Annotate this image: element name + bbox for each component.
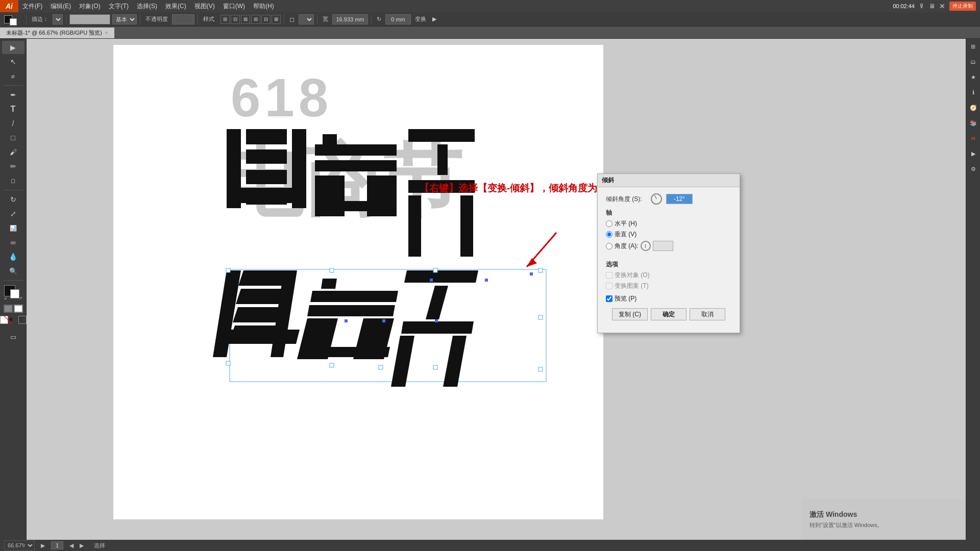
svg-marker-23 <box>236 289 284 304</box>
tool-line[interactable]: / <box>2 117 24 130</box>
menu-view[interactable]: 视图(V) <box>190 0 219 12</box>
tool-eyedropper[interactable]: 💧 <box>2 250 24 263</box>
stroke-color-box[interactable] <box>14 305 23 313</box>
navigator-icon[interactable]: 🧭 <box>968 102 979 113</box>
transform-label: 变换 <box>413 14 428 25</box>
layers-icon[interactable]: 🗂 <box>968 56 979 67</box>
page-nav-right[interactable]: ▶ <box>80 542 84 549</box>
align-bottom-button[interactable]: ⊠ <box>272 15 281 24</box>
align-center-button[interactable]: ⊟ <box>231 15 240 24</box>
properties-icon[interactable]: ℹ <box>968 87 979 98</box>
menu-file[interactable]: 文件(F) <box>18 0 46 12</box>
tool-artboard[interactable]: ▭ <box>2 330 24 343</box>
settings-icon[interactable]: ⚙ <box>968 163 979 174</box>
transform-objects-checkbox[interactable] <box>606 272 612 279</box>
tab-bar: 未标题-1* @ 66.67% (RGB/GPU 预览) × <box>0 27 980 39</box>
svg-rect-53 <box>345 319 348 322</box>
tool-graph[interactable]: 📊 <box>2 221 24 235</box>
close-recording-icon[interactable]: ✕ <box>939 2 945 10</box>
tool-direct-select[interactable]: ↖ <box>2 55 24 68</box>
tool-text[interactable]: T <box>2 103 24 116</box>
page-input[interactable] <box>51 541 63 549</box>
stroke-fill-indicator[interactable] <box>2 14 23 25</box>
expand-icon[interactable]: ▶ <box>430 14 438 25</box>
svg-rect-11 <box>315 160 397 171</box>
tool-eraser[interactable]: ◻ <box>2 174 24 187</box>
svg-rect-8 <box>227 188 306 203</box>
ok-button[interactable]: 确定 <box>651 308 687 320</box>
tool-scale[interactable]: ⤢ <box>2 207 24 220</box>
vertical-label: 垂直 (V) <box>615 230 636 239</box>
stop-recording-button[interactable]: 停止录制 <box>949 2 976 11</box>
preview-checkbox[interactable] <box>606 295 612 302</box>
libraries-icon[interactable]: 📚 <box>968 117 979 129</box>
align-left-button[interactable]: ⊞ <box>220 15 230 24</box>
svg-rect-44 <box>330 363 334 367</box>
width-input[interactable] <box>332 14 368 24</box>
page-nav-left[interactable]: ◀ <box>69 542 74 549</box>
options-section-label: 选项 <box>606 260 731 269</box>
none-btn[interactable]: ? <box>18 316 27 324</box>
zoom-select[interactable]: 66.67% <box>4 540 35 550</box>
svg-rect-41 <box>433 268 437 272</box>
vertical-radio-row: 垂直 (V) <box>606 230 731 239</box>
align-right-button[interactable]: ⊠ <box>241 15 250 24</box>
cancel-button[interactable]: 取消 <box>690 308 725 320</box>
copy-button[interactable]: 复制 (C) <box>612 308 648 320</box>
menu-text[interactable]: 文字(T) <box>105 0 133 12</box>
svg-rect-5 <box>246 170 287 184</box>
tab-close-button[interactable]: × <box>105 30 108 36</box>
color-mode-buttons <box>4 305 23 313</box>
align-middle-button[interactable]: ⊟ <box>261 15 271 24</box>
tool-lasso[interactable]: ⌀ <box>2 69 24 83</box>
shape-icon[interactable]: ◻ <box>287 14 297 25</box>
transform-objects-row: 变换对象 (O) <box>606 271 731 280</box>
menu-help[interactable]: 帮助(H) <box>249 0 278 12</box>
rotate-input[interactable] <box>385 14 411 24</box>
menu-bar: Ai 文件(F) 编辑(E) 对象(O) 文字(T) 选择(S) 效果(C) 视… <box>0 0 980 12</box>
menu-effect[interactable]: 效果(C) <box>161 0 190 12</box>
transform-objects-label: 变换对象 (O) <box>615 271 650 280</box>
none-color-btn[interactable] <box>0 316 8 324</box>
vertical-radio[interactable] <box>606 231 612 238</box>
panels-icon[interactable]: ⊞ <box>968 41 979 52</box>
shear-angle-input[interactable] <box>666 194 693 204</box>
angle-value-input[interactable]: 90° <box>653 241 673 251</box>
fill-color-box[interactable] <box>4 305 13 313</box>
color-swatches[interactable]: ↙ ↗ <box>4 285 22 300</box>
cc-icon[interactable]: Ai <box>968 133 979 144</box>
transform-patterns-checkbox[interactable] <box>606 283 612 289</box>
tool-pen[interactable]: ✒ <box>2 88 24 102</box>
menu-window[interactable]: 窗口(W) <box>219 0 249 12</box>
angle-dial-2[interactable] <box>641 241 651 251</box>
angle-radio[interactable] <box>606 243 612 249</box>
opacity-input[interactable]: 100% <box>172 14 194 24</box>
angle-label: 角度 (A): <box>615 242 639 251</box>
active-tab[interactable]: 未标题-1* @ 66.67% (RGB/GPU 预览) × <box>0 27 115 38</box>
horizontal-radio[interactable] <box>606 220 612 227</box>
stroke-select[interactable]: ◯ <box>53 14 63 24</box>
tool-rect[interactable]: □ <box>2 131 24 144</box>
fill-input[interactable] <box>69 14 110 24</box>
tool-paintbrush[interactable]: 🖌 <box>2 145 24 159</box>
svg-rect-39 <box>226 268 230 272</box>
svg-rect-51 <box>382 319 385 322</box>
width-label: 宽 <box>321 14 330 25</box>
menu-select[interactable]: 选择(S) <box>133 0 161 12</box>
angle-dial[interactable] <box>651 193 662 205</box>
tool-blend[interactable]: ∞ <box>2 236 24 249</box>
assets-icon[interactable]: ★ <box>968 71 979 83</box>
tool-zoom[interactable]: 🔍 <box>2 264 24 278</box>
shape-select[interactable] <box>299 14 314 24</box>
rotate-icon[interactable]: ↻ <box>375 14 383 25</box>
tool-rotate[interactable]: ↻ <box>2 193 24 206</box>
align-top-button[interactable]: ⊞ <box>251 15 260 24</box>
style-select[interactable]: 基本 <box>112 14 137 24</box>
tool-separator-2 <box>3 190 23 190</box>
menu-object[interactable]: 对象(O) <box>75 0 104 12</box>
tool-pencil[interactable]: ✏ <box>2 160 24 173</box>
tool-select[interactable]: ▶ <box>2 41 24 54</box>
menu-edit[interactable]: 编辑(E) <box>46 0 75 12</box>
svg-marker-27 <box>218 330 300 344</box>
play-icon[interactable]: ▶ <box>968 148 979 159</box>
